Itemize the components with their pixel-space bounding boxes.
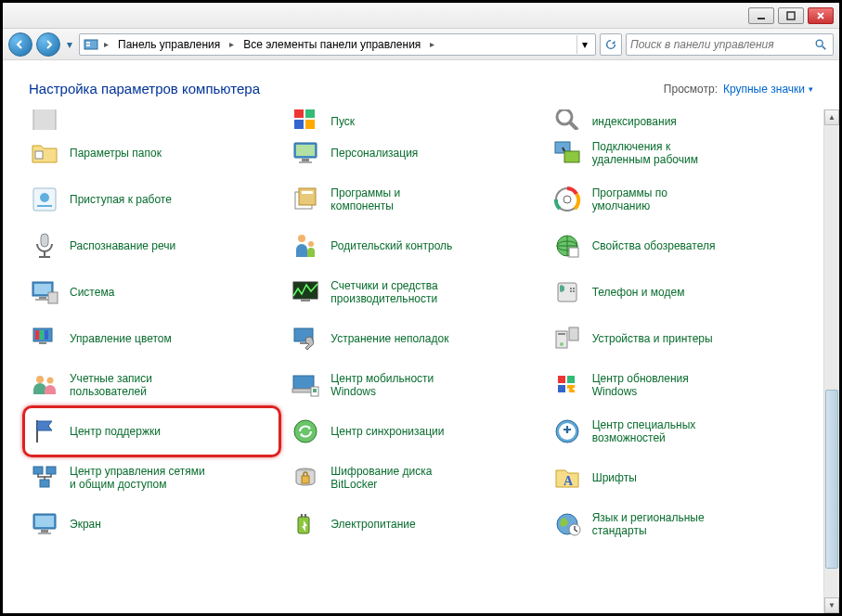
svg-point-71: [565, 430, 568, 433]
list-item[interactable]: Персонализация: [286, 130, 539, 176]
list-item[interactable]: Устранение неполадок: [286, 315, 539, 362]
perf-icon: [290, 276, 321, 308]
list-item[interactable]: Пуск: [286, 109, 539, 130]
close-button[interactable]: [808, 7, 834, 24]
remote-icon: [551, 137, 583, 169]
control-panel-icon: [84, 37, 98, 52]
svg-rect-64: [558, 376, 565, 383]
item-label: Язык и региональныестандарты: [592, 511, 705, 538]
list-item[interactable]: Электропитание: [286, 501, 539, 547]
svg-rect-15: [302, 159, 309, 161]
minimize-button[interactable]: [748, 7, 774, 24]
svg-point-56: [560, 342, 563, 346]
flag-icon: [29, 416, 60, 447]
svg-rect-21: [37, 205, 52, 207]
list-item[interactable]: Центр синхронизации: [286, 408, 539, 455]
svg-rect-37: [39, 297, 46, 299]
search-box[interactable]: [626, 33, 834, 56]
address-dropdown[interactable]: ▾: [576, 35, 591, 54]
breadcrumb-control-panel[interactable]: Панель управления: [114, 38, 224, 51]
list-item[interactable]: Счетчики и средствапроизводительности: [286, 269, 539, 315]
list-item[interactable]: Центр мобильностиWindows: [286, 362, 539, 408]
list-item[interactable]: AШрифты: [548, 455, 801, 501]
item-label: Устранение неполадок: [330, 332, 448, 345]
list-item[interactable]: Шифрование дискаBitLocker: [286, 455, 539, 501]
ease-icon: [551, 416, 583, 447]
list-item[interactable]: Параметры папок: [25, 130, 279, 176]
list-item[interactable]: индексирования: [548, 109, 801, 130]
list-item[interactable]: Подключения кудаленным рабочим: [548, 130, 801, 176]
svg-rect-63: [313, 389, 317, 392]
svg-point-11: [557, 109, 572, 124]
forward-button[interactable]: [36, 32, 60, 57]
svg-point-58: [36, 376, 44, 383]
item-label: Свойства обозревателя: [592, 239, 716, 252]
svg-point-59: [47, 378, 54, 384]
history-dropdown[interactable]: ▾: [64, 32, 75, 57]
search-input[interactable]: [630, 38, 812, 51]
chevron-right-icon: ▸: [428, 39, 436, 49]
list-item[interactable]: Распознавание речи: [25, 223, 279, 269]
scroll-track[interactable]: [824, 125, 839, 597]
refresh-button[interactable]: [600, 33, 622, 56]
svg-rect-16: [299, 161, 312, 163]
list-item[interactable]: [25, 109, 279, 130]
list-item[interactable]: Управление цветом: [25, 315, 279, 362]
scroll-thumb[interactable]: [825, 390, 838, 569]
svg-rect-48: [35, 330, 39, 340]
list-item[interactable]: Программы поумолчанию: [548, 176, 801, 223]
address-bar[interactable]: ▸ Панель управления ▸ Все элементы панел…: [79, 33, 596, 56]
list-item[interactable]: Центр специальныхвозможностей: [548, 408, 801, 455]
list-item[interactable]: Устройства и принтеры: [548, 315, 801, 362]
scroll-up-button[interactable]: ▲: [824, 109, 839, 125]
item-label: Программы поумолчанию: [592, 186, 667, 213]
list-item[interactable]: Центр управления сетямии общим доступом: [25, 455, 279, 501]
item-label: Родительский контроль: [330, 239, 452, 252]
item-label: Программы икомпоненты: [330, 186, 400, 213]
list-item[interactable]: Язык и региональныестандарты: [548, 501, 801, 547]
svg-rect-49: [40, 330, 44, 340]
scrollbar: ▲ ▼: [823, 109, 839, 613]
back-button[interactable]: [8, 32, 32, 57]
search-icon[interactable]: [812, 36, 829, 53]
programs-icon: [290, 184, 321, 215]
list-item[interactable]: Центр поддержки: [22, 405, 281, 457]
svg-rect-9: [294, 120, 304, 129]
svg-rect-14: [296, 145, 315, 156]
page-title: Настройка параметров компьютера: [29, 81, 260, 96]
svg-rect-51: [39, 342, 46, 344]
breadcrumb-all-items[interactable]: Все элементы панели управления: [240, 38, 424, 51]
svg-rect-80: [41, 530, 48, 533]
chevron-right-icon: ▸: [227, 39, 236, 49]
list-item[interactable]: Родительский контроль: [286, 223, 539, 269]
list-item[interactable]: Программы икомпоненты: [286, 176, 539, 223]
list-item[interactable]: Центр обновленияWindows: [548, 362, 801, 408]
maximize-button[interactable]: [778, 7, 804, 24]
svg-rect-24: [302, 191, 313, 194]
svg-rect-50: [45, 330, 48, 340]
content-header: Настройка параметров компьютера Просмотр…: [3, 60, 839, 109]
list-item[interactable]: Система: [25, 269, 279, 315]
list-item[interactable]: Приступая к работе: [25, 176, 279, 223]
list-item[interactable]: Свойства обозревателя: [548, 223, 801, 269]
item-label: Шрифты: [592, 471, 637, 484]
item-label: Приступая к работе: [70, 193, 172, 206]
network-icon: [29, 462, 60, 494]
list-item[interactable]: Телефон и модем: [548, 269, 801, 315]
svg-rect-55: [558, 333, 565, 335]
start-icon: [290, 111, 321, 128]
svg-text:A: A: [563, 474, 574, 488]
list-item[interactable]: Экран: [25, 501, 279, 547]
svg-point-5: [816, 40, 823, 46]
view-mode-dropdown[interactable]: Крупные значки: [723, 83, 813, 96]
svg-rect-4: [86, 45, 90, 46]
svg-rect-29: [39, 256, 50, 258]
svg-rect-39: [48, 292, 58, 303]
internet-icon: [551, 230, 583, 262]
list-item[interactable]: Учетные записипользователей: [25, 362, 279, 408]
fonts-icon: A: [551, 462, 583, 494]
mobility-icon: [290, 369, 321, 401]
svg-rect-28: [44, 251, 45, 256]
scroll-down-button[interactable]: ▼: [824, 597, 839, 613]
item-label: Учетные записипользователей: [70, 372, 152, 399]
